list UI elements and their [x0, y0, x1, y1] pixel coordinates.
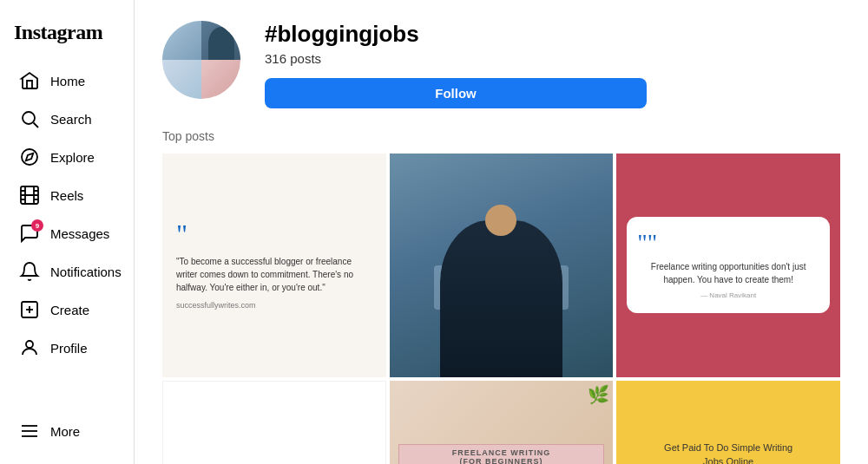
notifications-icon [19, 261, 40, 282]
sidebar-item-reels-label: Reels [50, 188, 83, 203]
svg-line-1 [34, 123, 39, 128]
svg-point-8 [26, 341, 33, 348]
messages-icon: 9 [19, 223, 40, 244]
quote-text-1: "To become a successful blogger or freel… [176, 255, 372, 294]
sidebar-item-explore[interactable]: Explore [5, 138, 128, 176]
post-count: 316 posts [265, 51, 840, 66]
sidebar-item-reels[interactable]: Reels [5, 176, 128, 214]
sidebar-item-create[interactable]: Create [5, 291, 128, 329]
post-2[interactable] [390, 154, 614, 377]
sidebar: Instagram Home Search Explore Reels [0, 0, 135, 464]
sidebar-item-messages[interactable]: 9 Messages [5, 214, 128, 252]
more-icon [19, 421, 40, 441]
hashtag-header: #bloggingjobs 316 posts Follow [162, 21, 840, 108]
post-5[interactable]: 🌿 FREELANCE WRITING(FOR BEGINNERS) OVERV… [390, 381, 614, 464]
sidebar-item-create-label: Create [50, 303, 89, 317]
quote-text-3: Freelance writing opportunities don't ju… [637, 260, 819, 286]
sidebar-more-label: More [50, 424, 80, 439]
quote-author-3: — Naval Ravikant [637, 291, 819, 299]
sidebar-item-home-label: Home [50, 74, 85, 88]
sidebar-item-more[interactable]: More [5, 412, 128, 450]
earn-title: Get Paid To Do Simple Writing [664, 442, 792, 453]
sidebar-item-notifications-label: Notifications [50, 265, 122, 279]
app-logo: Instagram [0, 14, 134, 62]
plant-decoration: 🌿 [588, 384, 609, 405]
main-content: #bloggingjobs 316 posts Follow Top posts… [135, 0, 868, 464]
home-icon [19, 70, 40, 91]
sidebar-item-explore-label: Explore [50, 150, 95, 165]
post-3[interactable]: "" Freelance writing opportunities don't… [616, 154, 840, 377]
sidebar-item-profile-label: Profile [50, 341, 88, 356]
search-icon [19, 108, 40, 129]
quote-source-1: successfullywrites.com [176, 301, 372, 310]
post-6[interactable]: Get Paid To Do Simple Writing Jobs Onlin… [616, 381, 840, 464]
profile-icon [19, 337, 40, 358]
post-4[interactable]: WORKING SOLUTIONS Jobs [162, 381, 386, 464]
sidebar-nav: Home Search Explore Reels 9 Mess [0, 62, 134, 450]
explore-icon [19, 147, 40, 167]
hashtag-info: #bloggingjobs 316 posts Follow [265, 21, 840, 108]
create-icon [19, 299, 40, 320]
sidebar-item-home[interactable]: Home [5, 62, 128, 100]
post-1[interactable]: " "To become a successful blogger or fre… [162, 154, 386, 377]
svg-point-2 [22, 149, 37, 165]
quote-card-3: "" Freelance writing opportunities don't… [627, 217, 830, 313]
sidebar-item-messages-label: Messages [50, 226, 109, 241]
quote-mark-1: " [176, 220, 372, 248]
earn-subtitle: Jobs Online [703, 456, 753, 464]
freelance-title: FREELANCE WRITING(FOR BEGINNERS) [398, 444, 605, 464]
sidebar-item-notifications[interactable]: Notifications [5, 252, 128, 291]
reels-icon [19, 185, 40, 206]
hashtag-title: #bloggingjobs [265, 21, 840, 48]
svg-point-0 [23, 112, 35, 124]
hashtag-avatar [162, 21, 240, 99]
top-posts-label: Top posts [162, 129, 840, 143]
messages-badge: 9 [31, 219, 43, 232]
follow-button[interactable]: Follow [265, 78, 647, 108]
sidebar-item-profile[interactable]: Profile [5, 329, 128, 367]
posts-grid: " "To become a successful blogger or fre… [162, 154, 840, 464]
sidebar-item-search-label: Search [50, 112, 92, 127]
sidebar-item-search[interactable]: Search [5, 100, 128, 138]
svg-marker-3 [26, 154, 33, 160]
